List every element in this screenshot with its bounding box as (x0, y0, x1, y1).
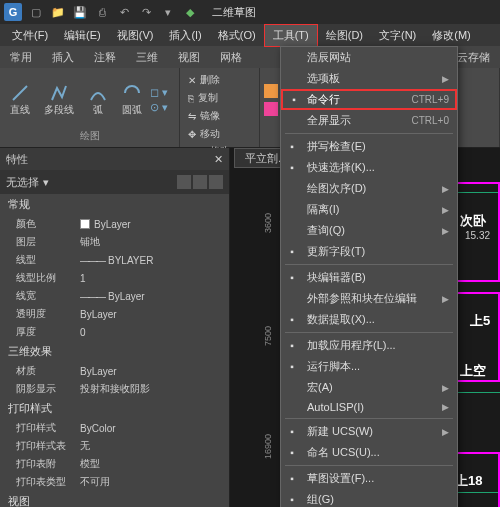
props-row[interactable]: 线型———BYLAYER (0, 251, 229, 269)
ribbon-tab-3d[interactable]: 三维 (126, 47, 168, 68)
tools-menu-item[interactable]: 浩辰网站 (281, 47, 457, 68)
props-section-header[interactable]: 打印样式 (0, 398, 229, 419)
props-value: 模型 (80, 457, 229, 471)
menu-file[interactable]: 文件(F) (4, 25, 56, 46)
menu-view[interactable]: 视图(V) (109, 25, 162, 46)
props-section-header[interactable]: 三维效果 (0, 341, 229, 362)
props-row[interactable]: 线宽———ByLayer (0, 287, 229, 305)
cmd-icon: ▪ (287, 93, 301, 107)
props-section-header[interactable]: 常规 (0, 194, 229, 215)
tools-menu-item[interactable]: 外部参照和块在位编辑▶ (281, 288, 457, 309)
vertical-ruler: 3600750016900 (260, 168, 276, 507)
copy-button[interactable]: ⎘复制 (184, 90, 224, 106)
props-row[interactable]: 打印样式表无 (0, 437, 229, 455)
props-value: 投射和接收阴影 (80, 382, 229, 396)
ribbon-tab-view[interactable]: 视图 (168, 47, 210, 68)
menu-insert[interactable]: 插入(I) (161, 25, 209, 46)
props-row[interactable]: 打印表类型不可用 (0, 473, 229, 491)
room-label-bedroom: 次卧 (460, 212, 486, 230)
props-row[interactable]: 阴影显示投射和接收阴影 (0, 380, 229, 398)
workspace-icon[interactable]: ◆ (182, 4, 198, 20)
close-icon[interactable]: ✕ (214, 153, 223, 166)
ribbon-tab-home[interactable]: 常用 (0, 47, 42, 68)
props-value: ByLayer (80, 217, 229, 231)
menu-separator (285, 332, 453, 333)
menu-item-label: 全屏显示 (307, 113, 351, 128)
delete-button[interactable]: ✕删除 (184, 72, 224, 88)
move-button[interactable]: ✥移动 (184, 126, 224, 142)
tools-menu-item[interactable]: ▪新建 UCS(W)▶ (281, 421, 457, 442)
app-icon: ▪ (285, 339, 299, 353)
menu-separator (285, 418, 453, 419)
layer-icon-1[interactable] (264, 84, 278, 98)
menu-item-label: 隔离(I) (307, 202, 339, 217)
pickadd-icon[interactable] (193, 175, 207, 189)
ribbon-group-modify: ✕删除 ⎘复制 ⇋镜像 ✥移动 修改 (180, 68, 260, 147)
tools-menu-item[interactable]: ▪组(G) (281, 489, 457, 507)
menu-format[interactable]: 格式(O) (210, 25, 264, 46)
undo-icon[interactable]: ↶ (116, 4, 132, 20)
tools-menu-item[interactable]: ▪数据提取(X)... (281, 309, 457, 330)
ruler-tick: 7500 (263, 330, 273, 346)
tools-menu-item[interactable]: ▪更新字段(T) (281, 241, 457, 262)
tools-menu-item[interactable]: ▪加载应用程序(L)... (281, 335, 457, 356)
tools-menu-item[interactable]: 宏(A)▶ (281, 377, 457, 398)
line-button[interactable]: 直线 (4, 72, 36, 127)
menu-separator (285, 133, 453, 134)
props-row[interactable]: 颜色ByLayer (0, 215, 229, 233)
ribbon-tab-mesh[interactable]: 网格 (210, 47, 252, 68)
tools-menu-item[interactable]: ▪运行脚本... (281, 356, 457, 377)
layer-icon-4[interactable] (264, 102, 278, 116)
tools-menu-item[interactable]: AutoLISP(I)▶ (281, 398, 457, 416)
print-icon[interactable]: ⎙ (94, 4, 110, 20)
move-icon: ✥ (188, 129, 196, 140)
delete-icon: ✕ (188, 75, 196, 86)
tools-menu-item[interactable]: 查询(Q)▶ (281, 220, 457, 241)
ribbon-tab-annotate[interactable]: 注释 (84, 47, 126, 68)
mirror-button[interactable]: ⇋镜像 (184, 108, 224, 124)
circle-button[interactable]: 圆弧 (116, 72, 148, 127)
tools-menu-item[interactable]: ▪命令行CTRL+9 (281, 89, 457, 110)
select-icon[interactable] (209, 175, 223, 189)
tools-menu-item[interactable]: ▪命名 UCS(U)... (281, 442, 457, 463)
selection-dropdown[interactable]: 无选择 ▾ (0, 170, 229, 194)
props-row[interactable]: 打印样式ByColor (0, 419, 229, 437)
menu-edit[interactable]: 编辑(E) (56, 25, 109, 46)
tools-menu-item[interactable]: 绘图次序(D)▶ (281, 178, 457, 199)
props-section-header[interactable]: 视图 (0, 491, 229, 507)
tools-menu-item[interactable]: ▪快速选择(K)... (281, 157, 457, 178)
menu-text[interactable]: 文字(N) (371, 25, 424, 46)
menu-draw[interactable]: 绘图(D) (318, 25, 371, 46)
qat-more-icon[interactable]: ▾ (160, 4, 176, 20)
menu-modify[interactable]: 修改(M) (424, 25, 479, 46)
menu-item-label: 加载应用程序(L)... (307, 338, 396, 353)
menu-tools[interactable]: 工具(T) (264, 24, 318, 47)
quickselect-icon[interactable] (177, 175, 191, 189)
tools-menu-item[interactable]: ▪块编辑器(B) (281, 267, 457, 288)
ribbon-tab-insert[interactable]: 插入 (42, 47, 84, 68)
ucs-icon: ▪ (285, 425, 299, 439)
tools-menu-item[interactable]: 全屏显示CTRL+0 (281, 110, 457, 131)
redo-icon[interactable]: ↷ (138, 4, 154, 20)
menu-separator (285, 264, 453, 265)
new-icon[interactable]: ▢ (28, 4, 44, 20)
open-icon[interactable]: 📁 (50, 4, 66, 20)
menu-item-label: 更新字段(T) (307, 244, 365, 259)
tools-menu-item[interactable]: ▪草图设置(F)... (281, 468, 457, 489)
menu-item-label: 组(G) (307, 492, 334, 507)
tools-menu-item[interactable]: 选项板▶ (281, 68, 457, 89)
props-row[interactable]: 厚度0 (0, 323, 229, 341)
save-icon[interactable]: 💾 (72, 4, 88, 20)
tools-menu-item[interactable]: 隔离(I)▶ (281, 199, 457, 220)
props-row[interactable]: 透明度ByLayer (0, 305, 229, 323)
polyline-button[interactable]: 多段线 (38, 72, 80, 127)
props-row[interactable]: 打印表附模型 (0, 455, 229, 473)
mirror-icon: ⇋ (188, 111, 196, 122)
menu-item-label: AutoLISP(I) (307, 401, 364, 413)
arc-button[interactable]: 弧 (82, 72, 114, 127)
menu-item-label: 宏(A) (307, 380, 333, 395)
props-row[interactable]: 图层铺地 (0, 233, 229, 251)
tools-menu-item[interactable]: ▪拼写检查(E) (281, 136, 457, 157)
props-row[interactable]: 线型比例1 (0, 269, 229, 287)
props-row[interactable]: 材质ByLayer (0, 362, 229, 380)
